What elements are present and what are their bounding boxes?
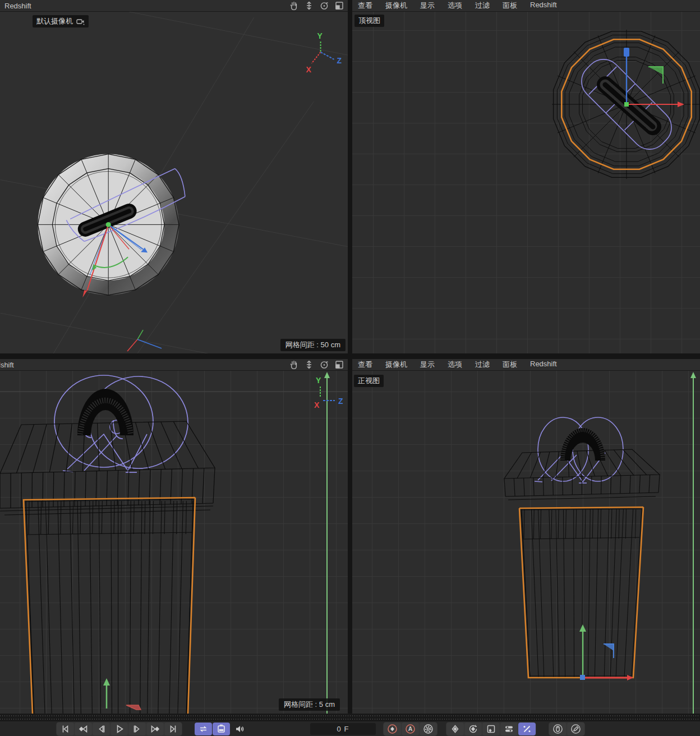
rotate-view-icon[interactable] xyxy=(319,360,329,370)
input-device-group xyxy=(549,722,585,736)
diamond-outline-icon xyxy=(450,724,460,734)
key-rotation-button[interactable] xyxy=(464,723,482,735)
keyframe-box-icon xyxy=(486,724,496,734)
record-keyframe-icon xyxy=(387,724,398,734)
menu-item-redshift[interactable]: Redshift xyxy=(530,360,557,370)
viewport-front-left: lshift xyxy=(0,359,348,714)
axis-label-y: Y xyxy=(317,31,323,40)
menu-item-view[interactable]: 查看 xyxy=(358,360,372,370)
animation-toolbar: 0 F A xyxy=(0,721,700,736)
mouse-record-button[interactable] xyxy=(549,723,567,735)
loop-mode-button[interactable] xyxy=(195,723,212,735)
menu-item-panel[interactable]: 面板 xyxy=(503,360,517,370)
next-frame-icon xyxy=(132,724,142,734)
handle-mesh-top xyxy=(605,85,653,127)
clipboard-icon xyxy=(216,724,227,734)
viewport-menu: 查看 摄像机 显示 选项 过滤 面板 Redshift xyxy=(352,360,557,370)
view-label-tag: 顶视图 xyxy=(354,15,384,27)
viewport-front: 查看 摄像机 显示 选项 过滤 面板 Redshift xyxy=(352,359,700,714)
menu-item-redshift-clipped[interactable]: lshift xyxy=(0,361,14,369)
viewport-front-canvas[interactable]: 正视图 xyxy=(352,371,700,714)
top-view-scene xyxy=(352,12,700,353)
viewport-front-left-menubar: lshift xyxy=(0,359,348,371)
keyframe-bar-button[interactable] xyxy=(213,723,230,735)
maximize-view-icon[interactable] xyxy=(334,1,344,11)
dolly-zoom-icon[interactable] xyxy=(304,1,314,11)
front-left-scene: Y X Z xyxy=(0,371,348,714)
axis-label-x: X xyxy=(306,65,312,74)
menu-item-display[interactable]: 显示 xyxy=(420,360,435,370)
axis-label-z: Z xyxy=(337,56,342,65)
menu-item-options[interactable]: 选项 xyxy=(448,1,462,11)
previous-key-icon xyxy=(78,724,89,734)
timeline-ruler[interactable] xyxy=(0,714,700,721)
view-label-text: 顶视图 xyxy=(358,16,380,26)
next-key-button[interactable] xyxy=(146,723,164,735)
viewport-perspective-menubar: Redshift xyxy=(0,0,348,12)
key-position-button[interactable] xyxy=(446,723,464,735)
pen-icon xyxy=(570,724,581,734)
cinema4d-quad-view: Redshift xyxy=(0,0,700,736)
menu-item-camera[interactable]: 摄像机 xyxy=(385,360,407,370)
menu-item-filter[interactable]: 过滤 xyxy=(475,1,490,11)
camera-swap-icon[interactable] xyxy=(76,18,85,25)
viewport-front-menubar: 查看 摄像机 显示 选项 过滤 面板 Redshift xyxy=(352,359,700,371)
menu-item-camera[interactable]: 摄像机 xyxy=(385,1,407,11)
front-scene xyxy=(352,371,700,714)
previous-frame-button[interactable] xyxy=(93,723,110,735)
key-reduction-button[interactable] xyxy=(518,723,536,735)
record-keyframe-button[interactable] xyxy=(384,723,401,735)
transport-controls xyxy=(56,722,182,736)
key-pla-button[interactable] xyxy=(500,723,518,735)
current-frame-field[interactable]: 0 F xyxy=(310,723,376,735)
menu-item-panel[interactable]: 面板 xyxy=(503,1,517,11)
dolly-zoom-icon[interactable] xyxy=(304,360,314,370)
menu-item-redshift[interactable]: Redshift xyxy=(0,2,31,10)
camera-label-tag[interactable]: 默认摄像机 xyxy=(33,15,89,27)
cup-body-wireframe xyxy=(24,498,195,714)
diagonal-slash-icon xyxy=(522,724,532,734)
viewport-perspective-canvas[interactable]: Y X Z 默认摄像机 网格间距 : 50 cm xyxy=(0,12,348,353)
viewport-front-left-canvas[interactable]: Y X Z 网格间距 : 5 cm xyxy=(0,371,348,714)
object-axis-gizmo-front-left[interactable] xyxy=(103,678,141,710)
object-axis-gizmo-front[interactable] xyxy=(579,624,633,680)
maximize-view-icon[interactable] xyxy=(334,360,344,370)
play-button[interactable] xyxy=(110,723,128,735)
menu-item-filter[interactable]: 过滤 xyxy=(475,360,490,370)
playback-options xyxy=(194,722,248,736)
sound-button[interactable] xyxy=(231,723,248,735)
viewport-top-canvas[interactable]: 顶视图 xyxy=(352,12,700,353)
view-orientation-gizmo: Y X Z xyxy=(314,376,343,410)
rotate-view-icon[interactable] xyxy=(319,1,329,11)
previous-key-button[interactable] xyxy=(75,723,92,735)
menu-item-view[interactable]: 查看 xyxy=(358,1,372,11)
world-origin-axes xyxy=(127,330,162,351)
autokey-button[interactable]: A xyxy=(402,723,419,735)
mouse-icon xyxy=(552,724,563,734)
cup-body-wireframe xyxy=(519,507,643,678)
menu-item-redshift[interactable]: Redshift xyxy=(530,1,557,11)
goto-end-icon xyxy=(168,724,178,734)
menu-item-display[interactable]: 显示 xyxy=(420,1,435,11)
diamond-rotate-icon xyxy=(468,724,478,734)
world-y-axis xyxy=(324,372,330,714)
goto-end-button[interactable] xyxy=(164,723,182,735)
toggle-switches-icon xyxy=(504,724,514,734)
grid-spacing-label: 网格间距 : 5 cm xyxy=(279,698,340,711)
viewport-nav-icons xyxy=(289,360,348,370)
view-label-text: 正视图 xyxy=(358,376,380,386)
viewport-nav-icons xyxy=(289,1,348,11)
menu-item-options[interactable]: 选项 xyxy=(448,360,462,370)
plane-handle-bracket-red[interactable] xyxy=(126,705,141,710)
pan-hand-icon[interactable] xyxy=(289,1,299,11)
pen-record-button[interactable] xyxy=(567,723,584,735)
autokey-icon: A xyxy=(405,724,416,734)
goto-start-button[interactable] xyxy=(57,723,74,735)
key-filter-group xyxy=(446,722,536,736)
key-parameter-button[interactable] xyxy=(482,723,500,735)
gear-icon xyxy=(423,724,434,734)
next-frame-button[interactable] xyxy=(128,723,146,735)
keying-settings-button[interactable] xyxy=(420,723,437,735)
pan-hand-icon[interactable] xyxy=(289,360,299,370)
camera-label-text: 默认摄像机 xyxy=(36,16,73,26)
